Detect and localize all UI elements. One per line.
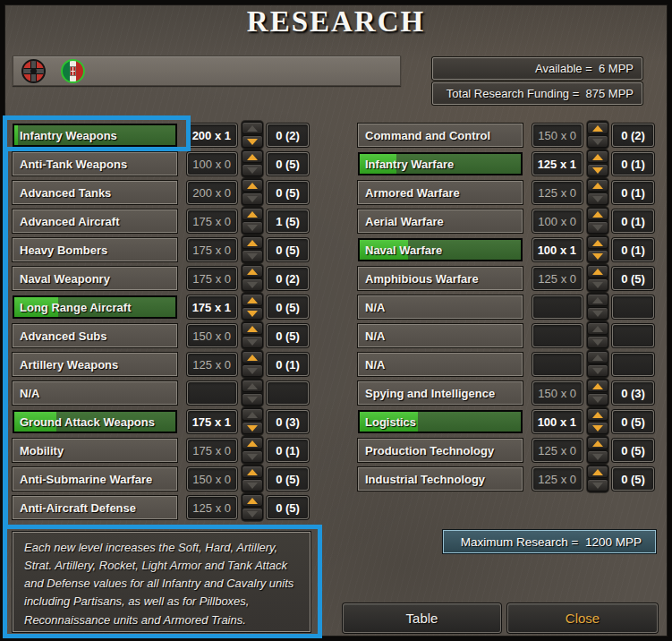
increase-investment-button[interactable] [242,236,263,249]
research-category[interactable]: N/A [358,353,523,376]
increase-investment-button[interactable] [587,380,608,392]
research-category[interactable]: Advanced Aircraft [13,209,177,233]
research-category[interactable]: Command and Control [358,124,523,147]
research-category-label: Infantry Warfare [365,158,454,171]
investment-value [187,381,237,405]
research-category-label: Mobility [20,444,64,457]
research-category-label: Artillery Weapons [20,358,118,372]
decrease-investment-button [242,278,263,291]
research-row: Command and Control150 x 00 (2) [358,124,662,147]
increase-investment-button[interactable] [242,494,263,507]
increase-investment-button [242,408,263,421]
arrow-up-icon [247,183,258,189]
increase-investment-button[interactable] [587,208,608,220]
increase-investment-button[interactable] [242,322,263,335]
investment-value [532,295,583,319]
research-category-active[interactable]: Naval Warfare [358,238,523,261]
research-level-display: 0 (3) [267,410,309,433]
increase-investment-button[interactable] [242,294,263,306]
increase-investment-button[interactable] [587,150,608,163]
research-category[interactable]: N/A [358,295,523,319]
research-category-label: N/A [365,329,385,343]
increase-investment-button[interactable] [242,150,263,163]
increase-investment-button[interactable] [587,122,608,134]
arrow-down-icon [247,167,258,174]
research-category[interactable]: N/A [358,324,523,347]
arrow-up-icon [247,412,258,418]
research-category[interactable]: N/A [13,381,177,405]
decrease-investment-button[interactable] [587,250,608,262]
investment-value: 125 x 1 [532,152,583,175]
research-category[interactable]: Artillery Weapons [13,353,177,376]
research-category[interactable]: Heavy Bombers [13,238,177,261]
arrow-up-icon [592,297,603,303]
increase-investment-button[interactable] [587,437,608,449]
research-category[interactable]: Spying and Intelligence [358,381,523,405]
research-row: N/A [358,295,662,319]
research-row: Aerial Warfare100 x 00 (1) [358,209,662,233]
italy-flag-icon[interactable] [61,59,85,83]
arrow-up-icon [247,125,258,132]
research-category[interactable]: Production Technology [358,439,523,462]
increase-investment-button[interactable] [242,351,263,363]
arrow-up-icon [247,269,258,275]
research-window: RESEARCH Available = 6 MPP Total Researc… [0,0,672,641]
increase-investment-button[interactable] [587,408,608,421]
increase-investment-button[interactable] [587,179,608,192]
decrease-investment-button[interactable] [587,422,608,434]
investment-value: 175 x 0 [187,238,237,261]
increase-investment-button[interactable] [242,208,263,220]
decrease-investment-button[interactable] [587,164,608,176]
decrease-investment-button[interactable] [242,422,263,434]
research-category[interactable]: Aerial Warfare [358,209,523,233]
increase-investment-button[interactable] [587,265,608,278]
research-category[interactable]: Mobility [13,439,177,462]
research-row: Ground Attack Weapons175 x 10 (3) [13,410,317,433]
increase-investment-button[interactable] [242,179,263,192]
investment-spinner [242,493,263,521]
research-category[interactable]: Industrial Technology [358,467,523,491]
research-category[interactable]: Anti-Aircraft Defense [13,496,177,519]
close-button[interactable]: Close [507,603,658,633]
decrease-investment-button [242,336,263,348]
research-category[interactable]: Advanced Tanks [13,181,177,204]
research-row: Artillery Weapons125 x 00 (1) [13,353,317,376]
increase-investment-button[interactable] [242,466,263,478]
research-category[interactable]: Amphibious Warfare [358,267,523,290]
research-row: Mobility175 x 00 (1) [13,439,317,462]
research-category[interactable]: Advanced Subs [13,324,177,347]
research-level-display [267,381,309,405]
investment-value: 150 x 0 [532,124,583,147]
table-button[interactable]: Table [343,603,501,633]
arrow-up-icon [592,154,603,160]
research-level-display: 0 (5) [267,238,309,261]
decrease-investment-button[interactable] [242,307,263,320]
increase-investment-button[interactable] [587,466,608,478]
research-category-label: Anti-Submarine Warfare [20,473,152,486]
research-level-display: 0 (1) [612,181,654,204]
decrease-investment-button [242,364,263,377]
research-category[interactable]: Anti-Submarine Warfare [13,467,177,491]
research-category[interactable]: Armored Warfare [358,181,523,204]
investment-spinner [242,436,263,464]
research-category-active[interactable]: Infantry Weapons [13,124,177,147]
increase-investment-button[interactable] [242,265,263,278]
increase-investment-button[interactable] [587,236,608,249]
decrease-investment-button [587,393,608,406]
research-category-active[interactable]: Long Range Aircraft [13,295,177,319]
investment-spinner [587,321,608,349]
research-level-display: 0 (3) [612,381,654,405]
research-category[interactable]: Naval Weaponry [13,267,177,290]
germany-flag-icon[interactable] [21,59,46,83]
research-category[interactable]: Anti-Tank Weapons [13,152,177,175]
arrow-up-icon [592,355,603,361]
arrow-down-icon [247,311,258,317]
increase-investment-button[interactable] [242,437,263,449]
investment-spinner [587,293,608,320]
decrease-investment-button[interactable] [242,135,263,148]
research-row: Spying and Intelligence150 x 00 (3) [358,381,662,405]
research-category-active[interactable]: Logistics [358,410,523,433]
research-category-active[interactable]: Ground Attack Weapons [13,410,177,433]
research-category-active[interactable]: Infantry Warfare [358,152,523,175]
research-row: Industrial Technology125 x 00 (5) [358,467,662,491]
